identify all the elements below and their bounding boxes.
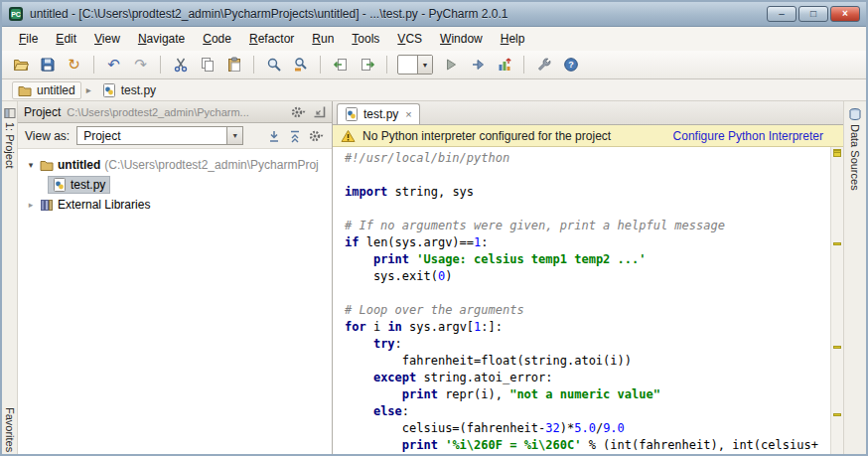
selected-tree-item[interactable]: test.py bbox=[48, 176, 110, 194]
tree-row-project-root[interactable]: ▾ untitled (C:\Users\prodtest2_admin\Pyc… bbox=[18, 155, 332, 175]
expand-arrow-icon[interactable]: ▾ bbox=[26, 160, 36, 170]
code-line[interactable]: import string, sys bbox=[345, 184, 825, 201]
navigate-back-button[interactable] bbox=[328, 53, 353, 76]
menu-item-window[interactable]: Window bbox=[431, 29, 492, 49]
settings-button[interactable] bbox=[531, 53, 556, 76]
menu-item-refactor[interactable]: Refactor bbox=[240, 29, 303, 49]
open-folder-icon bbox=[13, 57, 29, 73]
menu-item-code[interactable]: Code bbox=[194, 29, 240, 49]
warning-stripe-mark[interactable] bbox=[833, 242, 841, 245]
code-line[interactable]: sys.exit(0) bbox=[345, 268, 825, 285]
copy-icon bbox=[200, 57, 216, 73]
debug-button[interactable] bbox=[465, 53, 490, 76]
code-token: repr(i), bbox=[438, 387, 509, 401]
code-line[interactable]: # Loop over the arguments bbox=[345, 302, 825, 319]
menu-item-edit[interactable]: Edit bbox=[47, 29, 85, 49]
code-line[interactable]: #!/usr/local/bin/python bbox=[345, 150, 825, 167]
code-token: '%i\260F = %i\260C' bbox=[445, 438, 581, 452]
find-button[interactable] bbox=[261, 53, 286, 76]
code-line[interactable] bbox=[345, 201, 825, 218]
code-token: 9.0 bbox=[603, 421, 625, 435]
redo-button[interactable]: ↷ bbox=[128, 53, 153, 76]
view-options-icon[interactable] bbox=[309, 129, 325, 143]
menu-item-run[interactable]: Run bbox=[303, 29, 343, 49]
breadcrumb-untitled[interactable]: untitled bbox=[12, 81, 81, 99]
code-token: if bbox=[345, 235, 359, 249]
scroll-to-source-icon[interactable] bbox=[267, 129, 281, 143]
menu-item-navigate[interactable]: Navigate bbox=[129, 29, 194, 49]
view-mode-value: Project bbox=[77, 129, 226, 143]
code-line[interactable] bbox=[345, 167, 825, 184]
open-button[interactable] bbox=[8, 53, 33, 76]
banner-message: No Python interpreter configured for the… bbox=[362, 129, 666, 143]
code-line[interactable]: # If no arguments were given, print a he… bbox=[345, 218, 825, 234]
toolbar-separator bbox=[523, 56, 524, 74]
replace-icon bbox=[293, 57, 309, 73]
save-button[interactable] bbox=[35, 53, 60, 76]
settings-gear-icon[interactable] bbox=[291, 105, 307, 119]
copy-button[interactable] bbox=[195, 53, 219, 76]
warning-stripe-mark[interactable] bbox=[833, 150, 841, 153]
pycharm-window: PC untitled - [C:\Users\prodtest2_admin\… bbox=[0, 0, 868, 456]
warning-stripe-mark[interactable] bbox=[833, 413, 841, 416]
code-line[interactable]: if len(sys.argv)==1: bbox=[345, 234, 825, 251]
code-line[interactable]: print '%i\260F = %i\260C' % (int(fahrenh… bbox=[345, 437, 825, 454]
hide-tool-window-icon[interactable] bbox=[313, 105, 326, 118]
collapse-all-icon[interactable] bbox=[288, 129, 302, 143]
help-button[interactable]: ? bbox=[558, 53, 583, 76]
minimize-button[interactable]: – bbox=[767, 6, 796, 22]
menu-item-view[interactable]: View bbox=[85, 29, 129, 49]
close-tab-icon[interactable]: × bbox=[405, 109, 411, 120]
menu-item-file[interactable]: File bbox=[10, 29, 47, 49]
code-area[interactable]: #!/usr/local/bin/pythonimport string, sy… bbox=[333, 147, 843, 454]
close-button[interactable]: × bbox=[830, 6, 860, 22]
title-bar[interactable]: PC untitled - [C:\Users\prodtest2_admin\… bbox=[2, 2, 866, 27]
project-pane-header[interactable]: Project C:\Users\prodtest2_admin\Pycharm… bbox=[18, 101, 332, 123]
run-configuration-combo[interactable]: ▼ bbox=[397, 55, 433, 75]
favorites-tool-button[interactable]: Favorites bbox=[2, 407, 17, 452]
cut-icon bbox=[173, 57, 189, 73]
code-token: # If no arguments were given, print a he… bbox=[345, 219, 725, 232]
code-token: celsius=(fahrenheit- bbox=[345, 421, 545, 435]
code-token bbox=[345, 404, 373, 418]
code-line[interactable]: print repr(i), "not a numeric value" bbox=[345, 386, 825, 403]
configure-interpreter-link[interactable]: Configure Python Interpreter bbox=[673, 129, 823, 143]
debug-icon bbox=[470, 57, 486, 73]
tree-row-test-py[interactable]: test.py bbox=[18, 175, 332, 195]
navigate-forward-button[interactable] bbox=[355, 53, 379, 76]
code-line[interactable] bbox=[345, 285, 825, 302]
code-line[interactable]: fahrenheit=float(string.atoi(i)) bbox=[345, 353, 825, 370]
error-stripe[interactable] bbox=[830, 147, 843, 454]
tool-window-icon bbox=[4, 107, 16, 119]
undo-button[interactable]: ↶ bbox=[101, 53, 126, 76]
code-line[interactable]: celsius=(fahrenheit-32)*5.0/9.0 bbox=[345, 420, 825, 437]
code-line[interactable]: for i in sys.argv[1:]: bbox=[345, 319, 825, 336]
code-token: ) bbox=[445, 269, 452, 283]
collapse-arrow-icon[interactable]: ▸ bbox=[26, 200, 36, 210]
menu-item-tools[interactable]: Tools bbox=[343, 29, 388, 49]
warning-stripe-mark[interactable] bbox=[833, 346, 841, 349]
data-sources-tool-button[interactable]: Data Sources bbox=[848, 107, 862, 191]
editor-body[interactable]: #!/usr/local/bin/pythonimport string, sy… bbox=[333, 147, 843, 454]
synchronize-button[interactable]: ↻ bbox=[62, 53, 86, 76]
coverage-button[interactable] bbox=[492, 53, 516, 76]
code-line[interactable]: except string.atoi_error: bbox=[345, 370, 825, 386]
maximize-button[interactable]: □ bbox=[798, 6, 828, 22]
cut-button[interactable] bbox=[168, 53, 193, 76]
toolbar-separator bbox=[93, 56, 94, 74]
toolbar-separator bbox=[160, 56, 161, 74]
project-tool-button[interactable]: 1: Project bbox=[2, 107, 17, 168]
breadcrumb-test-py[interactable]: test.py bbox=[96, 81, 162, 99]
paste-button[interactable] bbox=[221, 53, 246, 76]
code-line[interactable]: else: bbox=[345, 403, 825, 420]
replace-button[interactable] bbox=[288, 53, 313, 76]
code-line[interactable]: print 'Usage: celsius temp1 temp2 ...' bbox=[345, 251, 825, 268]
code-line[interactable]: try: bbox=[345, 336, 825, 353]
tab-test-py[interactable]: test.py × bbox=[337, 103, 420, 124]
menu-item-help[interactable]: Help bbox=[492, 29, 534, 49]
view-mode-combo[interactable]: Project ▼ bbox=[76, 126, 243, 145]
svg-text:?: ? bbox=[568, 60, 574, 70]
run-button[interactable] bbox=[438, 53, 463, 76]
tree-row-external-libraries[interactable]: ▸ External Libraries bbox=[18, 195, 332, 215]
menu-item-vcs[interactable]: VCS bbox=[388, 29, 431, 49]
